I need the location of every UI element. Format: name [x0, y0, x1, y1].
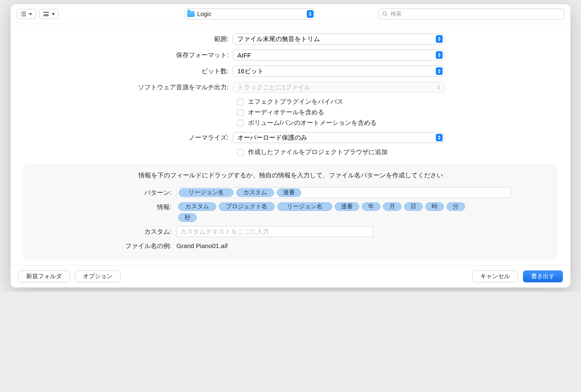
svg-rect-4: [21, 16, 22, 17]
custom-placeholder: カスタムテキストをここに入力: [180, 228, 269, 236]
view-list-button[interactable]: [17, 9, 36, 19]
updown-icon: [436, 67, 443, 75]
svg-line-12: [386, 15, 388, 17]
range-value: ファイル末尾の無音をトリム: [237, 35, 320, 43]
folder-icon: [187, 11, 195, 17]
chevron-down-icon: [29, 13, 32, 15]
include-tail-label: オーディオテールを含める: [248, 108, 324, 116]
multi-output-label: ソフトウェア音源をマルチ出力:: [23, 83, 233, 91]
list-icon: [20, 11, 26, 17]
example-filename: Grand Piano01.aif: [176, 240, 228, 251]
custom-label: カスタム:: [33, 226, 176, 237]
save-format-value: AIFF: [237, 52, 251, 59]
export-button[interactable]: 書き出す: [523, 271, 563, 282]
bypass-effects-checkbox[interactable]: [237, 99, 244, 105]
pattern-field[interactable]: リージョン名 カスタム 連番: [176, 187, 511, 198]
dialog-footer: 新規フォルダ オプション キャンセル 書き出す: [11, 265, 570, 287]
svg-rect-2: [21, 14, 22, 14]
token-project-name[interactable]: プロジェクト名: [219, 202, 275, 211]
bypass-effects-label: エフェクトプラグインをバイパス: [248, 98, 343, 106]
multi-output-select: トラックごとに1ファイル: [233, 82, 444, 93]
include-volpan-checkbox[interactable]: [237, 120, 244, 127]
add-to-browser-label: 作成したファイルをプロジェクトブラウザに追加: [248, 148, 388, 156]
svg-point-11: [383, 12, 386, 15]
include-tail-checkbox[interactable]: [237, 109, 244, 116]
example-label: ファイル名の例:: [33, 240, 176, 251]
token-custom[interactable]: カスタム: [178, 202, 216, 211]
normalize-select[interactable]: オーバーロード保護のみ: [233, 132, 444, 143]
group-button[interactable]: [39, 9, 59, 19]
bit-depth-label: ビット数:: [23, 67, 233, 75]
info-label: 情報:: [33, 202, 176, 213]
updown-icon: [436, 84, 442, 91]
token-hour[interactable]: 時: [425, 202, 444, 211]
token-region-name[interactable]: リージョン名: [277, 202, 332, 211]
normalize-value: オーバーロード保護のみ: [237, 134, 307, 142]
range-select[interactable]: ファイル末尾の無音をトリム: [233, 33, 444, 44]
cancel-button[interactable]: キャンセル: [472, 271, 518, 282]
svg-rect-8: [47, 12, 49, 13]
token-sequence[interactable]: 連番: [277, 188, 301, 197]
search-icon: [382, 11, 388, 17]
token-day[interactable]: 日: [404, 202, 423, 211]
token-sequence[interactable]: 連番: [335, 202, 359, 211]
svg-rect-9: [44, 14, 49, 15]
dialog-body: 範囲: ファイル末尾の無音をトリム 保存フォーマット: AIFF ビット数: 1…: [11, 24, 570, 265]
group-icon: [43, 11, 49, 17]
token-custom[interactable]: カスタム: [236, 188, 274, 197]
updown-icon: [436, 51, 443, 59]
save-format-select[interactable]: AIFF: [233, 50, 444, 61]
svg-rect-6: [44, 12, 45, 13]
token-year[interactable]: 年: [362, 202, 380, 211]
save-format-label: 保存フォーマット:: [23, 51, 233, 59]
location-select[interactable]: Logic: [184, 8, 315, 19]
svg-rect-10: [44, 16, 49, 17]
svg-rect-5: [22, 16, 26, 17]
pattern-label: パターン:: [33, 187, 176, 198]
range-label: 範囲:: [23, 35, 233, 43]
options-button[interactable]: オプション: [75, 271, 121, 282]
pattern-instruction: 情報を下のフィールドにドラッグするか、独自の情報を入力して、ファイル名パターンを…: [33, 171, 548, 179]
toolbar: Logic 検索: [11, 4, 570, 24]
svg-rect-0: [21, 12, 22, 13]
bit-depth-select[interactable]: 16ビット: [233, 66, 444, 77]
multi-output-value: トラックごとに1ファイル: [237, 83, 311, 91]
search-placeholder: 検索: [391, 10, 402, 18]
updown-icon: [307, 10, 314, 18]
token-second[interactable]: 秒: [178, 213, 197, 222]
search-input[interactable]: 検索: [378, 8, 564, 19]
export-dialog: Logic 検索 範囲: ファイル末尾の無音をトリム 保存フォーマット: AIF…: [11, 4, 570, 287]
add-to-browser-checkbox[interactable]: [237, 149, 244, 156]
new-folder-button[interactable]: 新規フォルダ: [18, 271, 70, 282]
svg-rect-3: [22, 14, 26, 14]
svg-rect-1: [22, 12, 26, 13]
updown-icon: [436, 134, 443, 141]
filename-pattern-panel: 情報を下のフィールドにドラッグするか、独自の情報を入力して、ファイル名パターンを…: [23, 164, 558, 261]
token-minute[interactable]: 分: [446, 202, 465, 211]
normalize-label: ノーマライズ:: [23, 134, 233, 142]
token-month[interactable]: 月: [383, 202, 402, 211]
updown-icon: [436, 35, 443, 43]
include-volpan-label: ボリューム/パンのオートメーションを含める: [248, 119, 377, 127]
info-tokens: カスタム プロジェクト名 リージョン名 連番 年 月 日 時 分 秒: [176, 202, 473, 223]
custom-text-input[interactable]: カスタムテキストをここに入力: [176, 226, 373, 237]
svg-rect-7: [45, 12, 47, 13]
token-region-name[interactable]: リージョン名: [179, 188, 234, 197]
bit-depth-value: 16ビット: [237, 67, 264, 75]
location-text: Logic: [197, 11, 211, 17]
chevron-down-icon: [52, 13, 55, 15]
